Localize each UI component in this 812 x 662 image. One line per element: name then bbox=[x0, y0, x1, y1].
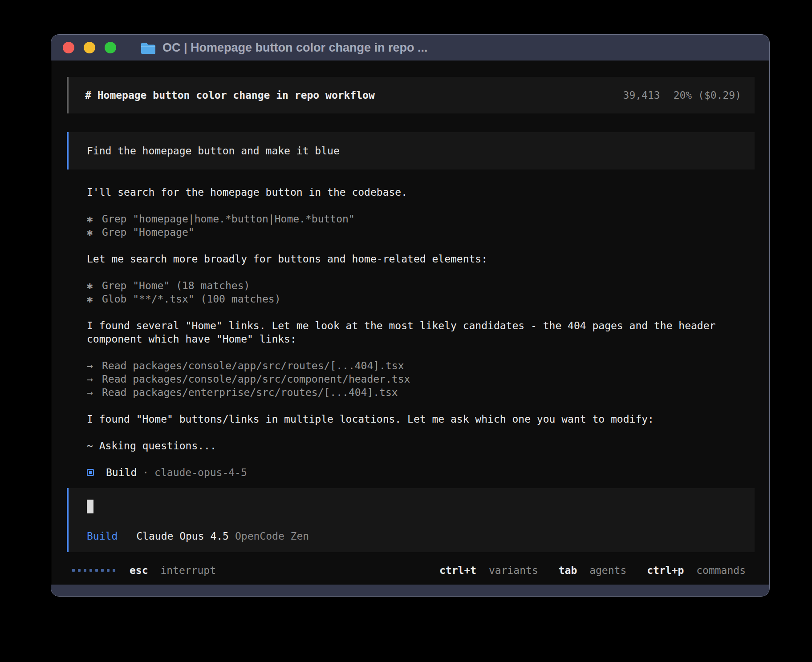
window-bottom-strip bbox=[51, 585, 769, 596]
prompt-input[interactable]: Build Claude Opus 4.5 OpenCode Zen bbox=[67, 488, 755, 552]
minimize-button[interactable] bbox=[84, 42, 95, 53]
tool-call-glob: ✱Glob "**/*.tsx" (100 matches) bbox=[87, 292, 755, 306]
status-bar: esc interrupt ctrl+t variants tab agents… bbox=[67, 564, 755, 577]
close-button[interactable] bbox=[63, 42, 74, 53]
tool-call-text: Read packages/console/app/src/routes/[..… bbox=[102, 360, 404, 371]
agent-name: Build bbox=[106, 466, 137, 479]
tool-call-text: Read packages/console/app/src/component/… bbox=[102, 373, 410, 385]
session-header: # Homepage button color change in repo w… bbox=[67, 77, 755, 113]
asterisk-tool-icon: ✱ bbox=[87, 226, 102, 239]
esc-key: esc bbox=[130, 565, 148, 576]
tool-call-text: Grep "Homepage" bbox=[102, 226, 195, 238]
terminal-content: # Homepage button color change in repo w… bbox=[51, 61, 769, 585]
asterisk-tool-icon: ✱ bbox=[87, 212, 102, 226]
token-count: 39,413 bbox=[623, 89, 660, 102]
mode-label[interactable]: Build bbox=[87, 529, 118, 543]
interrupt-hint: esc interrupt bbox=[130, 564, 216, 577]
tool-call-text: Grep "Home" (18 matches) bbox=[102, 280, 250, 291]
user-message: Find the homepage button and make it blu… bbox=[67, 132, 755, 170]
tool-call-grep: ✱Grep "Homepage" bbox=[87, 226, 755, 239]
text-cursor bbox=[87, 500, 93, 513]
tool-call-text: Grep "homepage|home.*button|Home.*button… bbox=[102, 213, 355, 225]
asterisk-tool-icon: ✱ bbox=[87, 292, 102, 306]
tool-call-grep: ✱Grep "homepage|home.*button|Home.*butto… bbox=[87, 212, 755, 226]
tool-call-group: ✱Grep "homepage|home.*button|Home.*butto… bbox=[87, 212, 755, 239]
arrow-tool-icon: → bbox=[87, 359, 102, 372]
input-footer: Build Claude Opus 4.5 OpenCode Zen bbox=[87, 529, 741, 543]
agents-hint: tab agents bbox=[559, 564, 627, 577]
tool-call-group: ✱Grep "Home" (18 matches) ✱Glob "**/*.ts… bbox=[87, 279, 755, 306]
agent-square-icon bbox=[87, 469, 94, 476]
commands-hint: ctrl+p commands bbox=[647, 564, 746, 577]
assistant-paragraph: I found several "Home" links. Let me loo… bbox=[87, 319, 755, 346]
assistant-paragraph: I'll search for the homepage button in t… bbox=[87, 186, 755, 199]
assistant-paragraph: Let me search more broadly for buttons a… bbox=[87, 252, 755, 266]
traffic-lights bbox=[63, 42, 116, 53]
variants-hint: ctrl+t variants bbox=[439, 564, 538, 577]
agent-model: claude-opus-4-5 bbox=[154, 466, 247, 479]
session-stats: 39,413 20% ($0.29) bbox=[623, 89, 741, 102]
conversation: I'll search for the homepage button in t… bbox=[67, 170, 755, 479]
tool-call-read: →Read packages/console/app/src/routes/[.… bbox=[87, 359, 755, 372]
folder-icon bbox=[140, 41, 156, 54]
tool-call-read: →Read packages/console/app/src/component… bbox=[87, 372, 755, 386]
agent-badge: Build · claude-opus-4-5 bbox=[87, 466, 755, 479]
tool-call-text: Read packages/enterprise/src/routes/[...… bbox=[102, 387, 398, 398]
zoom-button[interactable] bbox=[105, 42, 116, 53]
ctrl-p-key: ctrl+p bbox=[647, 565, 684, 576]
esc-label: interrupt bbox=[160, 565, 216, 576]
working-status: ~ Asking questions... bbox=[87, 439, 755, 452]
status-right: ctrl+t variants tab agents ctrl+p comman… bbox=[439, 564, 746, 577]
terminal-window: OC | Homepage button color change in rep… bbox=[51, 35, 769, 596]
ctrl-t-key: ctrl+t bbox=[439, 565, 476, 576]
user-message-text: Find the homepage button and make it blu… bbox=[87, 145, 340, 157]
provider-name: OpenCode Zen bbox=[235, 529, 309, 543]
spinner-dots-icon bbox=[72, 569, 115, 572]
assistant-paragraph: I found "Home" buttons/links in multiple… bbox=[87, 412, 755, 426]
tool-call-text: Glob "**/*.tsx" (100 matches) bbox=[102, 293, 281, 305]
tool-call-group: →Read packages/console/app/src/routes/[.… bbox=[87, 359, 755, 399]
window-title: OC | Homepage button color change in rep… bbox=[162, 41, 428, 55]
context-usage: 20% ($0.29) bbox=[674, 89, 741, 102]
model-name: Claude Opus 4.5 bbox=[136, 529, 229, 543]
agents-label: agents bbox=[589, 565, 626, 576]
tool-call-read: →Read packages/enterprise/src/routes/[..… bbox=[87, 386, 755, 399]
session-title: # Homepage button color change in repo w… bbox=[85, 89, 375, 102]
commands-label: commands bbox=[696, 565, 746, 576]
status-left: esc interrupt bbox=[72, 564, 216, 577]
arrow-tool-icon: → bbox=[87, 372, 102, 386]
tool-call-grep: ✱Grep "Home" (18 matches) bbox=[87, 279, 755, 292]
asterisk-tool-icon: ✱ bbox=[87, 279, 102, 292]
dot-separator: · bbox=[142, 466, 149, 479]
variants-label: variants bbox=[489, 565, 538, 576]
titlebar[interactable]: OC | Homepage button color change in rep… bbox=[51, 35, 769, 61]
arrow-tool-icon: → bbox=[87, 386, 102, 399]
tab-key: tab bbox=[559, 565, 577, 576]
